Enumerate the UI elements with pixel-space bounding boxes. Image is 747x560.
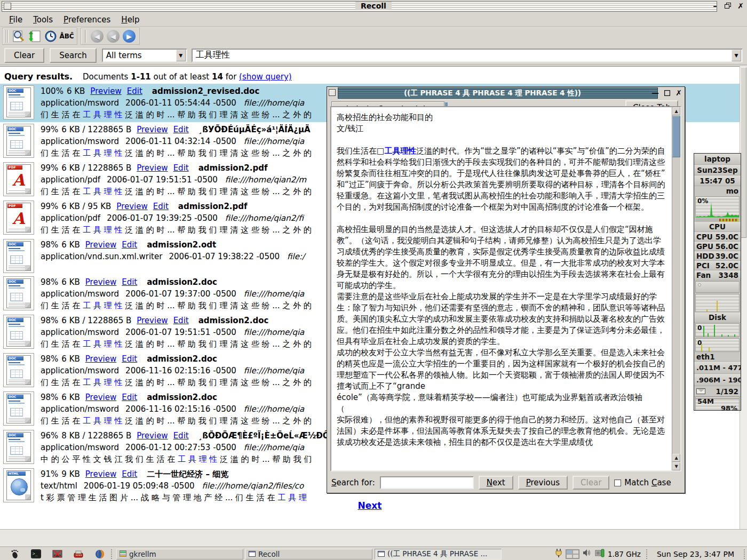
find-previous-button[interactable]: Previous <box>518 476 568 490</box>
edit-link[interactable]: Edit <box>173 316 189 325</box>
doc-file-icon[interactable]: DOC <box>3 315 34 349</box>
clear-button[interactable]: Clear <box>4 48 44 63</box>
preview-link[interactable]: Preview <box>137 163 168 173</box>
history-clock-icon[interactable] <box>44 29 58 43</box>
pdf-file-icon[interactable]: PDFA <box>3 162 34 196</box>
advanced-search-icon[interactable] <box>12 29 26 43</box>
edit-link[interactable]: Edit <box>122 469 137 479</box>
preview-link[interactable]: Preview <box>116 202 147 211</box>
doc-file-icon[interactable]: DOC <box>3 124 34 158</box>
terminal-launcher-icon[interactable]: >_ <box>29 549 43 559</box>
toolbar-grip[interactable] <box>5 30 9 43</box>
preview-scrollbar-thumb[interactable] <box>672 116 680 157</box>
mail-row[interactable]: 1/192 <box>694 386 741 397</box>
menu-help[interactable]: Help <box>116 14 144 26</box>
prev-page-button[interactable]: ◀ <box>107 30 120 43</box>
cpu-freq-icon[interactable] <box>595 549 605 559</box>
power-plug-icon[interactable] <box>555 548 562 560</box>
preview-close-icon[interactable]: ✗ <box>674 89 683 97</box>
doc-file-icon[interactable]: DOC <box>3 85 34 119</box>
preview-link[interactable]: Preview <box>90 86 121 96</box>
doc-file-icon[interactable]: DOC <box>3 276 34 310</box>
edit-link[interactable]: Edit <box>173 431 189 441</box>
volume-icon[interactable] <box>583 549 592 559</box>
find-clear-button[interactable]: Clear <box>573 476 609 490</box>
results-scrollbar-thumb[interactable] <box>741 67 746 238</box>
preview-link[interactable]: Preview <box>85 393 116 402</box>
doc-file-icon[interactable]: DOC <box>3 391 34 426</box>
html-file-icon[interactable]: HTML <box>3 468 34 502</box>
cpu-usage-chart[interactable]: 0% <box>695 196 740 218</box>
next-page-button[interactable]: ▶ <box>123 30 136 43</box>
preview-titlebar[interactable]: ((工 PHRASE 4 具 PHRASE 4 理 PHRASE 4 性)) —… <box>327 87 685 99</box>
menu-preferences[interactable]: Preferences <box>59 14 115 26</box>
memory-panel[interactable]: 54M 98% <box>695 397 740 411</box>
disk-chart-2[interactable]: 0 <box>695 338 740 352</box>
preview-link[interactable]: Preview <box>85 354 116 364</box>
query-history-icon[interactable]: ▼ <box>732 50 741 61</box>
sort-parameters-icon[interactable] <box>28 29 42 43</box>
preview-link[interactable]: Preview <box>85 240 116 250</box>
preview-link[interactable]: Preview <box>137 316 168 325</box>
preview-link[interactable]: Preview <box>137 125 168 134</box>
menu-tools[interactable]: Tools <box>28 14 58 26</box>
edit-link[interactable]: Edit <box>122 277 137 287</box>
term-explorer-icon[interactable]: ÅBĈ <box>60 29 74 43</box>
query-input[interactable]: 工具理性 ▼ <box>192 49 743 62</box>
close-icon[interactable]: ✗ <box>736 2 745 10</box>
chevron-down-icon[interactable]: ▼ <box>176 50 186 61</box>
edit-link[interactable]: Edit <box>173 163 189 173</box>
preview-link[interactable]: Preview <box>137 431 168 441</box>
gnome-menu-icon[interactable] <box>7 549 21 559</box>
task-button[interactable]: ((工 PHRASE 4 具 PHRASE ... <box>375 549 502 559</box>
edge-handle[interactable] <box>743 549 746 559</box>
match-case-checkbox[interactable] <box>614 479 621 486</box>
search-mode-select[interactable]: All terms ▼ <box>102 49 187 62</box>
preview-search-input[interactable] <box>380 476 474 489</box>
fan-panel[interactable] <box>695 281 740 293</box>
disk-chart-1[interactable]: 0 <box>695 323 740 337</box>
edit-link[interactable]: Edit <box>153 202 169 211</box>
menu-file[interactable]: File <box>4 14 27 26</box>
cpu-krell-slider[interactable] <box>695 218 740 222</box>
pdf-file-icon[interactable]: PDFA <box>3 201 34 235</box>
taskbar-handle[interactable] <box>110 549 113 559</box>
edit-link[interactable]: Edit <box>173 125 189 134</box>
preview-maximize-icon[interactable] <box>663 89 671 97</box>
first-page-button[interactable]: ◀ <box>91 30 104 43</box>
scroll-up-icon[interactable]: ▲ <box>672 454 680 462</box>
typewriter-launcher-icon[interactable] <box>71 549 85 559</box>
scroll-up-icon[interactable]: ▲ <box>672 107 680 115</box>
preview-minimize-icon[interactable]: — <box>651 89 659 97</box>
doc-file-icon[interactable]: DOC <box>3 239 34 273</box>
task-button[interactable]: Recoll <box>245 549 372 559</box>
task-button[interactable]: gkrellm <box>116 549 243 559</box>
doc-file-icon[interactable]: DOC <box>3 353 34 387</box>
preview-scrollbar[interactable]: ▲ ▲ ▼ <box>672 107 680 470</box>
find-next-button[interactable]: Next <box>479 476 513 490</box>
xkill-launcher-icon[interactable] <box>50 549 64 559</box>
doc-file-icon[interactable]: DOC <box>3 430 34 464</box>
toolbar-grip[interactable] <box>83 30 87 43</box>
scroll-down-icon[interactable]: ▼ <box>672 462 680 470</box>
preview-link[interactable]: Preview <box>85 469 116 479</box>
edit-link[interactable]: Edit <box>122 240 137 250</box>
preview-link[interactable]: Preview <box>85 277 116 287</box>
workspace-switcher[interactable] <box>566 549 579 559</box>
show-query-link[interactable]: (show query) <box>239 72 292 82</box>
search-button[interactable]: Search <box>50 48 97 63</box>
battery-chart[interactable] <box>695 294 740 312</box>
minimize-icon[interactable]: – <box>711 2 719 10</box>
gkrellm-monitor[interactable]: laptop Sun23Sep 15:47 05 mo 0% CPU CPU59… <box>694 153 741 411</box>
edit-link[interactable]: Edit <box>122 354 137 364</box>
edit-link[interactable]: Edit <box>127 86 142 96</box>
tray-handle[interactable] <box>645 549 648 559</box>
firefox-launcher-icon[interactable] <box>93 549 107 559</box>
sensor-value: 56.0C <box>716 242 738 251</box>
edit-link[interactable]: Edit <box>122 393 137 402</box>
preview-text[interactable]: 高校招生的社会功能和目的 文/钱江我们生活在□工具理性泛滥的时代。作为“世之显学… <box>331 107 672 470</box>
next-results-link[interactable]: Next <box>358 500 382 511</box>
result-relevance: 99% <box>41 163 58 173</box>
taskbar-clock[interactable]: Sun Sep 23, 3:47 PM <box>657 550 734 558</box>
restore-icon[interactable] <box>724 2 732 10</box>
